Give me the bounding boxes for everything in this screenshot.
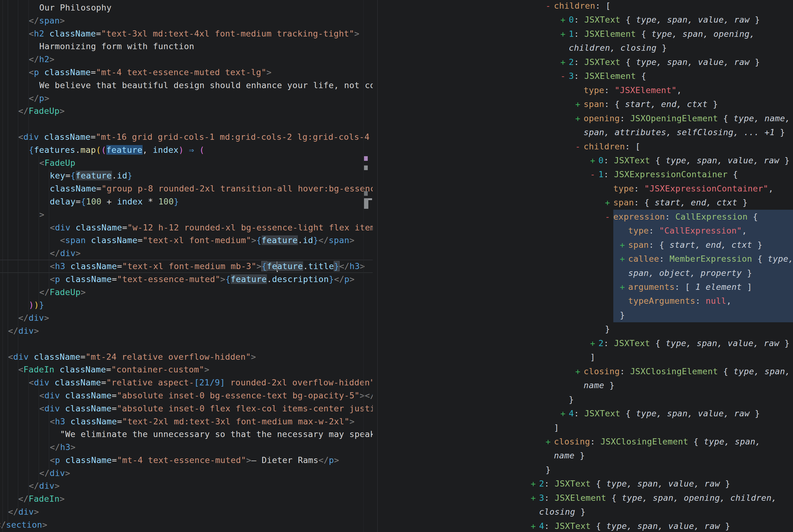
ast-node-row[interactable]: +opening: JSXOpeningElement { type, name… xyxy=(377,111,793,125)
ast-node-row[interactable]: +3: JSXElement { type, span, opening, ch… xyxy=(377,491,793,505)
ast-node-row[interactable]: +2: JSXText { type, span, value, raw } xyxy=(377,55,793,69)
code-line[interactable]: <div className="relative aspect-[21/9] r… xyxy=(0,376,373,389)
code-line[interactable]: </div> xyxy=(0,506,373,518)
code-line[interactable]: <span className="text-xl font-medium">{f… xyxy=(0,234,373,247)
ast-pane[interactable]: -children: [+0: JSXText { type, span, va… xyxy=(377,0,793,532)
expand-toggle-icon[interactable]: + xyxy=(560,27,569,41)
ast-node-row[interactable]: closing } xyxy=(377,505,793,519)
code-line[interactable]: <div className="w-12 h-12 rounded-xl bg-… xyxy=(0,221,373,234)
ast-node-row[interactable]: +arguments: [ 1 element ] xyxy=(377,280,793,294)
ast-node-row[interactable]: +closing: JSXClosingElement { type, span… xyxy=(377,364,793,378)
code-line[interactable]: </FadeIn> xyxy=(0,492,373,506)
code-line[interactable]: <div className="mt-24 relative overflow-… xyxy=(0,350,373,363)
code-line[interactable]: </FadeUp> xyxy=(0,104,373,117)
ast-node-row[interactable]: span, object, property } xyxy=(377,266,793,280)
code-line[interactable]: "We eliminate the unnecessary so that th… xyxy=(0,428,373,441)
ast-node-row[interactable]: +0: JSXText { type, span, value, raw } xyxy=(377,13,793,26)
expand-toggle-icon[interactable]: + xyxy=(575,364,584,378)
ast-node-row[interactable]: +span: { start, end, ctxt } xyxy=(377,97,793,111)
ast-node-row[interactable]: +callee: MemberExpression { type, xyxy=(377,252,793,266)
ast-node-row[interactable]: name } xyxy=(377,378,793,392)
expand-toggle-icon[interactable]: + xyxy=(531,519,539,532)
code-line[interactable]: {features.map((feature, index) ⇒ ( xyxy=(0,144,373,156)
code-line[interactable]: <div className="mt-16 grid grid-cols-1 m… xyxy=(0,131,373,144)
code-line[interactable]: Harmonizing form with function xyxy=(0,40,373,53)
ast-node-row[interactable]: -children: [ xyxy=(377,139,793,153)
expand-toggle-icon[interactable]: + xyxy=(620,280,628,294)
expand-toggle-icon[interactable]: + xyxy=(590,336,598,350)
code-line[interactable]: </h3> xyxy=(0,441,373,454)
expand-toggle-icon[interactable]: + xyxy=(575,97,584,111)
ast-node-row[interactable]: typeArguments: null, xyxy=(377,294,793,308)
ast-node-row[interactable]: } xyxy=(377,308,793,322)
ast-node-row[interactable]: -children: [ xyxy=(377,0,793,13)
ast-node-row[interactable]: -3: JSXElement { xyxy=(377,69,793,83)
ast-node-row[interactable]: name } xyxy=(377,449,793,462)
code-line[interactable]: </div> xyxy=(0,311,373,324)
code-line-current[interactable]: <h3 className="text-xl font-medium mb-3"… xyxy=(0,260,373,273)
ast-node-row[interactable]: type: "CallExpression", xyxy=(377,224,793,238)
code-line[interactable]: <p className="mt-4 text-essence-muted te… xyxy=(0,66,373,79)
code-line[interactable]: <div className="absolute inset-0 flex fl… xyxy=(0,402,373,415)
ast-node-row[interactable]: +2: JSXText { type, span, value, raw } xyxy=(377,336,793,350)
ast-node-row[interactable]: +1: JSXElement { type, span, opening, xyxy=(377,27,793,41)
expand-toggle-icon[interactable]: + xyxy=(546,435,554,449)
code-line[interactable]: Our Philosophy xyxy=(0,1,373,14)
ast-node-row[interactable]: ] xyxy=(377,421,793,435)
ast-node-row[interactable]: } xyxy=(377,393,793,406)
ast-node-row[interactable]: +2: JSXText { type, span, value, raw } xyxy=(377,477,793,491)
ast-node-row[interactable]: -expression: CallExpression { xyxy=(377,210,793,224)
expand-toggle-icon[interactable]: + xyxy=(590,153,598,167)
ast-node-row[interactable]: } xyxy=(377,322,793,336)
code-line[interactable] xyxy=(0,338,373,350)
expand-toggle-icon[interactable]: + xyxy=(560,406,569,420)
code-line[interactable]: </h2> xyxy=(0,53,373,66)
expand-toggle-icon[interactable]: + xyxy=(560,55,569,69)
collapse-toggle-icon[interactable]: - xyxy=(546,0,554,13)
code-line[interactable]: delay={100 + index * 100} xyxy=(0,195,373,208)
ast-node-row[interactable]: +span: { start, end, ctxt } xyxy=(377,195,793,209)
code-line[interactable]: </p> xyxy=(0,92,373,105)
code-line[interactable]: <h2 className="text-3xl md:text-4xl font… xyxy=(0,27,373,40)
pane-divider[interactable] xyxy=(377,0,378,532)
code-line[interactable]: > xyxy=(0,208,373,221)
ast-node-row[interactable]: children, closing } xyxy=(377,41,793,55)
collapse-toggle-icon[interactable]: - xyxy=(605,210,613,224)
code-line[interactable]: </div> xyxy=(0,324,373,338)
ast-node-row[interactable]: +0: JSXText { type, span, value, raw } xyxy=(377,153,793,167)
code-line[interactable]: className="group p-8 rounded-2xl transit… xyxy=(0,182,373,195)
code-line[interactable]: </FadeUp> xyxy=(0,286,373,299)
code-line[interactable]: <p className="text-essence-muted">{featu… xyxy=(0,273,373,286)
code-line[interactable]: </section> xyxy=(0,518,373,531)
ast-node-row[interactable]: +4: JSXText { type, span, value, raw } xyxy=(377,519,793,532)
ast-node-row[interactable]: +4: JSXText { type, span, value, raw } xyxy=(377,406,793,420)
code-line[interactable]: key={feature.id} xyxy=(0,169,373,182)
expand-toggle-icon[interactable]: + xyxy=(575,111,584,125)
expand-toggle-icon[interactable]: + xyxy=(531,491,539,505)
expand-toggle-icon[interactable]: + xyxy=(531,477,539,491)
collapse-toggle-icon[interactable]: - xyxy=(560,69,569,83)
expand-toggle-icon[interactable]: + xyxy=(620,238,628,252)
ast-node-row[interactable]: span, attributes, selfClosing, ... +1 } xyxy=(377,125,793,139)
expand-toggle-icon[interactable]: + xyxy=(605,195,613,209)
ast-node-row[interactable]: -1: JSXExpressionContainer { xyxy=(377,167,793,181)
code-line[interactable]: We believe that beautiful design should … xyxy=(0,79,373,92)
collapse-toggle-icon[interactable]: - xyxy=(575,139,584,153)
ast-node-row[interactable]: } xyxy=(377,463,793,477)
code-line[interactable]: </span> xyxy=(0,14,373,27)
code-line[interactable]: <p className="mt-4 text-essence-muted">—… xyxy=(0,454,373,467)
code-line[interactable]: </div> xyxy=(0,479,373,492)
code-editor-pane[interactable]: Our Philosophy</span><h2 className="text… xyxy=(0,0,377,532)
expand-toggle-icon[interactable]: + xyxy=(560,13,569,26)
expand-toggle-icon[interactable]: + xyxy=(620,252,628,266)
ast-node-row[interactable]: type: "JSXElement", xyxy=(377,83,793,97)
code-line[interactable]: <div className="absolute inset-0 bg-esse… xyxy=(0,389,373,402)
ast-node-row[interactable]: type: "JSXExpressionContainer", xyxy=(377,182,793,195)
code-line[interactable] xyxy=(0,117,373,131)
code-line[interactable]: </div> xyxy=(0,467,373,480)
code-line[interactable]: ))} xyxy=(0,299,373,311)
ast-node-row[interactable]: +closing: JSXClosingElement { type, span… xyxy=(377,435,793,449)
code-line[interactable]: </div> xyxy=(0,247,373,260)
code-line[interactable]: <FadeUp xyxy=(0,156,373,170)
ast-node-row[interactable]: ] xyxy=(377,350,793,364)
